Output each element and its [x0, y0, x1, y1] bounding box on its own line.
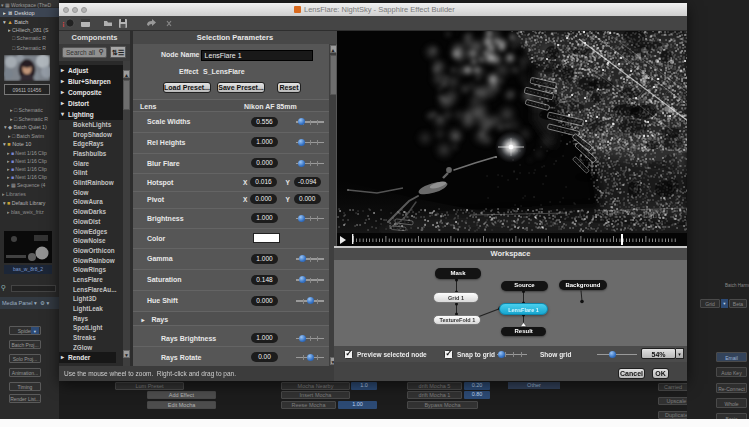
svg-text:¡: ¡ — [62, 19, 65, 28]
svg-text:LVLY: LVLY — [643, 211, 662, 220]
